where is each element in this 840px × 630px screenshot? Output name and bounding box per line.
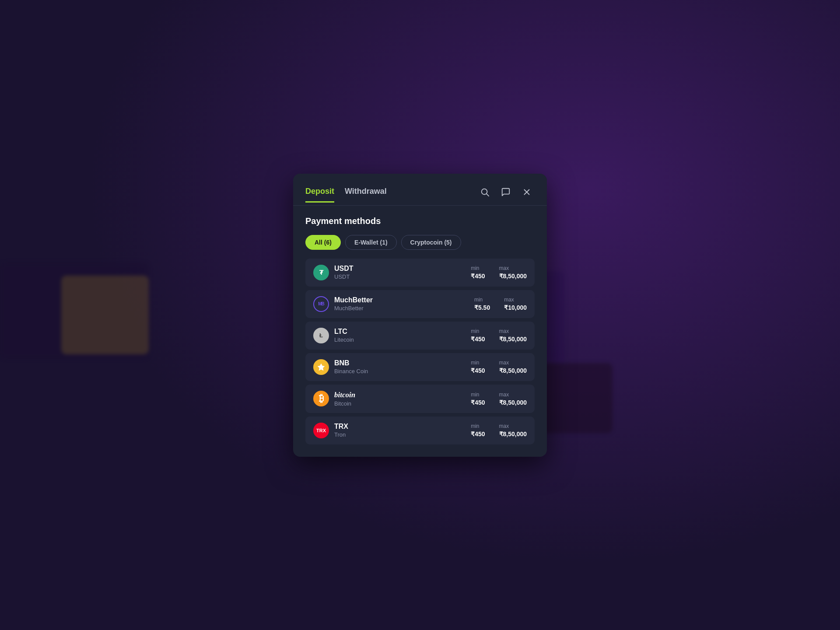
usdt-icon: ₮ xyxy=(313,265,329,280)
bnb-min-label: min xyxy=(471,360,479,366)
bnb-name-sub: Binance Coin xyxy=(334,368,471,374)
tron-min-value: ₹450 xyxy=(471,430,485,438)
close-icon xyxy=(522,187,532,197)
muchbetter-name-main: MuchBetter xyxy=(334,296,474,304)
bitcoin-max-label: max xyxy=(499,392,509,398)
usdt-min-label: min xyxy=(471,265,479,271)
tron-max-value: ₹8,50,000 xyxy=(499,430,527,438)
usdt-min-value: ₹450 xyxy=(471,273,485,280)
close-button[interactable] xyxy=(519,184,535,200)
tron-min-group: min ₹450 xyxy=(471,423,485,438)
tron-name-main: TRX xyxy=(334,423,471,430)
muchbetter-min-value: ₹5.50 xyxy=(474,304,490,311)
muchbetter-min-group: min ₹5.50 xyxy=(474,297,490,311)
payment-item-usdt[interactable]: ₮ USDT USDT min ₹450 max ₹8,50,000 xyxy=(305,259,535,287)
tron-name-sub: Tron xyxy=(334,431,471,438)
bitcoin-limits: min ₹450 max ₹8,50,000 xyxy=(471,392,527,406)
bitcoin-min-label: min xyxy=(471,392,479,398)
tron-icon: TRX xyxy=(313,423,329,438)
bnb-min-value: ₹450 xyxy=(471,367,485,374)
svg-line-1 xyxy=(486,194,489,196)
ltc-icon: Ł xyxy=(313,328,329,343)
svg-marker-4 xyxy=(318,363,325,371)
filter-crypto[interactable]: Cryptocoin (5) xyxy=(401,235,461,250)
modal-wrapper: Deposit Withdrawal xyxy=(0,0,840,630)
bnb-name-wrapper: BNB Binance Coin xyxy=(334,359,471,374)
bitcoin-max-group: max ₹8,50,000 xyxy=(499,392,527,406)
filter-ewallet[interactable]: E-Wallet (1) xyxy=(345,235,397,250)
modal-header: Deposit Withdrawal xyxy=(293,174,547,205)
usdt-min-group: min ₹450 xyxy=(471,265,485,280)
chat-icon xyxy=(501,187,511,197)
usdt-name-main: USDT xyxy=(334,265,471,273)
ltc-name-main: LTC xyxy=(334,328,471,336)
tron-name-wrapper: TRX Tron xyxy=(334,423,471,438)
ltc-name-sub: Litecoin xyxy=(334,336,471,343)
search-icon xyxy=(480,187,490,197)
chat-button[interactable] xyxy=(498,184,514,200)
ltc-limits: min ₹450 max ₹8,50,000 xyxy=(471,328,527,343)
payment-item-bnb[interactable]: BNB Binance Coin min ₹450 max ₹8,50,000 xyxy=(305,353,535,381)
usdt-max-label: max xyxy=(499,265,509,271)
tron-min-label: min xyxy=(471,423,479,429)
bnb-min-group: min ₹450 xyxy=(471,360,485,374)
tron-max-label: max xyxy=(499,423,509,429)
payment-item-muchbetter[interactable]: MB MuchBetter MuchBetter min ₹5.50 max xyxy=(305,290,535,318)
section-title: Payment methods xyxy=(305,216,535,226)
ltc-max-label: max xyxy=(499,328,509,334)
payment-item-bitcoin[interactable]: ₿ bitcoin Bitcoin min ₹450 max ₹8,50,000 xyxy=(305,385,535,413)
muchbetter-name-wrapper: MuchBetter MuchBetter xyxy=(334,296,474,312)
withdrawal-tab[interactable]: Withdrawal xyxy=(345,187,387,203)
usdt-max-group: max ₹8,50,000 xyxy=(499,265,527,280)
tron-max-group: max ₹8,50,000 xyxy=(499,423,527,438)
muchbetter-icon: MB xyxy=(313,296,329,312)
bnb-limits: min ₹450 max ₹8,50,000 xyxy=(471,360,527,374)
ltc-min-value: ₹450 xyxy=(471,336,485,343)
filter-all[interactable]: All (6) xyxy=(305,235,341,250)
bnb-name-main: BNB xyxy=(334,359,471,367)
header-icons xyxy=(477,184,535,205)
usdt-name-wrapper: USDT USDT xyxy=(334,265,471,280)
search-button[interactable] xyxy=(477,184,493,200)
ltc-name-wrapper: LTC Litecoin xyxy=(334,328,471,343)
bitcoin-name-main: bitcoin xyxy=(334,391,471,399)
muchbetter-max-value: ₹10,000 xyxy=(504,304,527,311)
bnb-svg-icon xyxy=(317,363,326,371)
muchbetter-max-label: max xyxy=(504,297,514,303)
muchbetter-max-group: max ₹10,000 xyxy=(504,297,527,311)
bitcoin-name-wrapper: bitcoin Bitcoin xyxy=(334,391,471,407)
bitcoin-max-value: ₹8,50,000 xyxy=(499,399,527,406)
filter-row: All (6) E-Wallet (1) Cryptocoin (5) xyxy=(305,235,535,250)
usdt-max-value: ₹8,50,000 xyxy=(499,273,527,280)
usdt-name-sub: USDT xyxy=(334,273,471,280)
usdt-limits: min ₹450 max ₹8,50,000 xyxy=(471,265,527,280)
muchbetter-limits: min ₹5.50 max ₹10,000 xyxy=(474,297,527,311)
bnb-max-group: max ₹8,50,000 xyxy=(499,360,527,374)
bnb-icon xyxy=(313,359,329,375)
payment-item-tron[interactable]: TRX TRX Tron min ₹450 max ₹8,50,000 xyxy=(305,416,535,444)
ltc-min-group: min ₹450 xyxy=(471,328,485,343)
muchbetter-min-label: min xyxy=(474,297,483,303)
bitcoin-min-group: min ₹450 xyxy=(471,392,485,406)
bitcoin-name-sub: Bitcoin xyxy=(334,400,471,407)
bitcoin-icon: ₿ xyxy=(313,391,329,406)
modal-body: Payment methods All (6) E-Wallet (1) Cry… xyxy=(293,206,547,457)
deposit-tab[interactable]: Deposit xyxy=(305,187,334,203)
ltc-min-label: min xyxy=(471,328,479,334)
bitcoin-min-value: ₹450 xyxy=(471,399,485,406)
ltc-max-group: max ₹8,50,000 xyxy=(499,328,527,343)
tron-limits: min ₹450 max ₹8,50,000 xyxy=(471,423,527,438)
bnb-max-value: ₹8,50,000 xyxy=(499,367,527,374)
payment-list: ₮ USDT USDT min ₹450 max ₹8,50,000 xyxy=(305,259,535,444)
ltc-max-value: ₹8,50,000 xyxy=(499,336,527,343)
payment-item-ltc[interactable]: Ł LTC Litecoin min ₹450 max ₹8,50,000 xyxy=(305,322,535,350)
payment-modal: Deposit Withdrawal xyxy=(293,174,547,457)
muchbetter-name-sub: MuchBetter xyxy=(334,305,474,312)
bnb-max-label: max xyxy=(499,360,509,366)
